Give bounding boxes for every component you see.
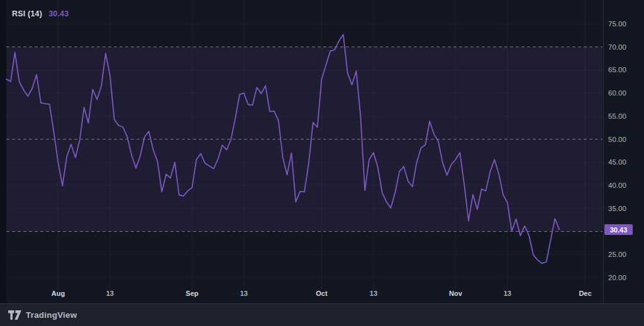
indicator-legend[interactable]: RSI (14) 30.43	[12, 9, 69, 18]
y-axis-label-25.00[interactable]: 25.00	[608, 251, 626, 258]
y-axis-label-45.00[interactable]: 45.00	[608, 158, 626, 166]
y-axis-label-55.00[interactable]: 55.00	[608, 112, 626, 120]
rsi-chart-plot[interactable]: 75.0070.0065.0060.0055.0050.0045.0040.00…	[0, 0, 644, 303]
tradingview-logo-link[interactable]: TradingView	[8, 310, 77, 320]
rsi-indicator-panel: 75.0070.0065.0060.0055.0050.0045.0040.00…	[0, 0, 644, 326]
price-axis-border	[603, 0, 604, 303]
y-axis-label-35.00[interactable]: 35.00	[608, 205, 626, 212]
last-value-badge: 30.43	[604, 224, 633, 235]
y-axis-label-40.00[interactable]: 40.00	[608, 182, 626, 189]
x-axis-label-13[interactable]: 13	[370, 290, 377, 297]
bottom-toolbar: TradingView	[0, 303, 644, 326]
y-axis-label-70.00[interactable]: 70.00	[608, 43, 626, 51]
x-axis-label-Oct[interactable]: Oct	[316, 290, 328, 297]
x-axis-label-Nov[interactable]: Nov	[449, 290, 463, 297]
x-axis-label-13[interactable]: 13	[106, 290, 114, 297]
y-axis-label-50.00[interactable]: 50.00	[608, 136, 626, 143]
y-axis-label-60.00[interactable]: 60.00	[608, 89, 626, 97]
indicator-title[interactable]: RSI (14)	[12, 9, 42, 18]
y-axis-label-75.00[interactable]: 75.00	[608, 20, 626, 28]
x-axis-label-13[interactable]: 13	[240, 290, 248, 297]
indicator-current-value: 30.43	[48, 9, 69, 18]
tradingview-icon	[8, 310, 21, 320]
x-axis-label-Aug[interactable]: Aug	[52, 290, 65, 297]
tradingview-brand-text: TradingView	[26, 310, 77, 320]
y-axis-label-65.00[interactable]: 65.00	[608, 66, 626, 73]
x-axis-label-Dec[interactable]: Dec	[579, 290, 591, 297]
y-axis-label-20.00[interactable]: 20.00	[608, 274, 626, 281]
x-axis-label-13[interactable]: 13	[504, 290, 511, 297]
x-axis-label-Sep[interactable]: Sep	[186, 290, 198, 297]
